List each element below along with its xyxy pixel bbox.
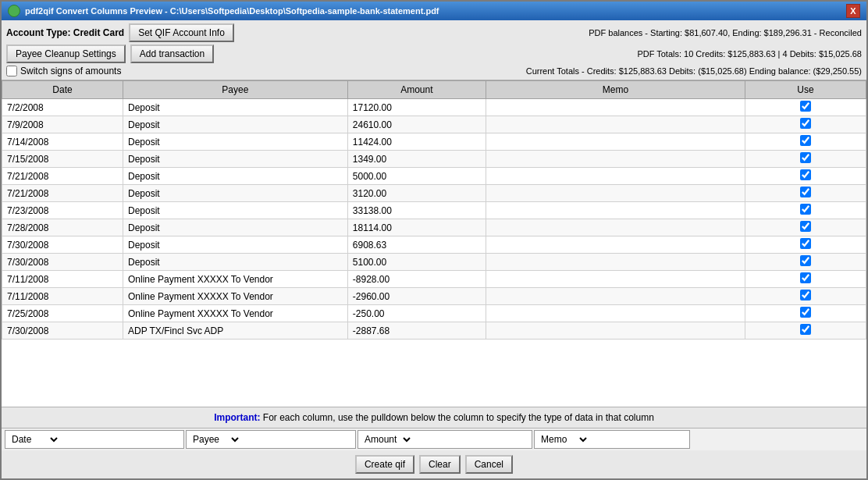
cell-date: 7/14/2008 xyxy=(2,133,123,151)
table-row: 7/30/2008Deposit6908.63 xyxy=(2,236,866,254)
pdf-balances-text: PDF balances - Starting: $81,607.40, End… xyxy=(589,28,862,37)
cell-payee: Deposit xyxy=(123,202,347,219)
cell-use[interactable] xyxy=(745,185,866,202)
use-checkbox[interactable] xyxy=(800,101,811,112)
date-column-dropdown[interactable]: Date Payee Amount Memo Skip xyxy=(5,431,60,448)
cell-payee: Online Payment XXXXX To Vendor xyxy=(123,288,347,305)
clear-button[interactable]: Clear xyxy=(419,455,461,474)
table-row: 7/30/2008Deposit5100.00 xyxy=(2,254,866,271)
table-row: 7/11/2008Online Payment XXXXX To Vendor-… xyxy=(2,288,866,305)
cell-payee: Deposit xyxy=(123,254,347,271)
cell-memo xyxy=(486,116,745,133)
cell-date: 7/28/2008 xyxy=(2,219,123,236)
cell-use[interactable] xyxy=(745,271,866,288)
cell-date: 7/30/2008 xyxy=(2,322,123,340)
cell-payee: Deposit xyxy=(123,168,347,185)
transactions-table-container: Date Payee Amount Memo Use 7/2/2008Depos… xyxy=(2,80,866,407)
cell-use[interactable] xyxy=(745,305,866,322)
cell-amount: 11424.00 xyxy=(347,133,486,151)
cell-amount: -2887.68 xyxy=(347,322,486,340)
transactions-table: Date Payee Amount Memo Use 7/2/2008Depos… xyxy=(2,80,866,340)
col-header-amount: Amount xyxy=(347,81,486,99)
cell-amount: 6908.63 xyxy=(347,236,486,254)
cell-use[interactable] xyxy=(745,133,866,151)
cell-use[interactable] xyxy=(745,168,866,185)
use-checkbox[interactable] xyxy=(800,152,811,163)
use-checkbox[interactable] xyxy=(800,221,811,232)
cell-memo xyxy=(486,271,745,288)
use-checkbox[interactable] xyxy=(800,307,811,318)
column-dropdowns-row: Date Payee Amount Memo Skip Payee Date A… xyxy=(2,428,866,450)
cell-amount: 17120.00 xyxy=(347,99,486,116)
cell-use[interactable] xyxy=(745,322,866,340)
close-button[interactable]: X xyxy=(846,4,860,18)
cell-date: 7/11/2008 xyxy=(2,271,123,288)
cell-amount: 5100.00 xyxy=(347,254,486,271)
table-row: 7/21/2008Deposit5000.00 xyxy=(2,168,866,185)
cell-amount: 3120.00 xyxy=(347,185,486,202)
switch-signs-checkbox[interactable] xyxy=(6,66,17,76)
cell-payee: Deposit xyxy=(123,219,347,236)
amount-column-dropdown[interactable]: Amount Date Payee Memo Skip xyxy=(358,431,413,448)
table-row: 7/2/2008Deposit17120.00 xyxy=(2,99,866,116)
table-row: 7/11/2008Online Payment XXXXX To Vendor-… xyxy=(2,271,866,288)
table-row: 7/30/2008ADP TX/Fincl Svc ADP-2887.68 xyxy=(2,322,866,340)
window-title: pdf2qif Convert Columns Preview - C:\Use… xyxy=(25,6,439,16)
create-qif-button[interactable]: Create qif xyxy=(355,455,414,474)
cell-use[interactable] xyxy=(745,202,866,219)
use-checkbox[interactable] xyxy=(800,204,811,215)
table-row: 7/14/2008Deposit11424.00 xyxy=(2,133,866,151)
use-checkbox[interactable] xyxy=(800,118,811,129)
payee-column-dropdown[interactable]: Payee Date Amount Memo Skip xyxy=(187,431,241,448)
cancel-button[interactable]: Cancel xyxy=(465,455,513,474)
window-icon xyxy=(8,5,20,17)
use-checkbox[interactable] xyxy=(800,255,811,266)
cell-date: 7/25/2008 xyxy=(2,305,123,322)
action-buttons-row: Create qif Clear Cancel xyxy=(2,450,866,478)
cell-memo xyxy=(486,236,745,254)
cell-amount: -2960.00 xyxy=(347,288,486,305)
cell-amount: 33138.00 xyxy=(347,202,486,219)
use-checkbox[interactable] xyxy=(800,324,811,335)
table-row: 7/9/2008Deposit24610.00 xyxy=(2,116,866,133)
cell-amount: 5000.00 xyxy=(347,168,486,185)
cell-memo xyxy=(486,288,745,305)
cell-payee: Deposit xyxy=(123,236,347,254)
cell-amount: -250.00 xyxy=(347,305,486,322)
use-checkbox[interactable] xyxy=(800,169,811,180)
cell-date: 7/30/2008 xyxy=(2,236,123,254)
cell-date: 7/2/2008 xyxy=(2,99,123,116)
cell-date: 7/30/2008 xyxy=(2,254,123,271)
cell-payee: Online Payment XXXXX To Vendor xyxy=(123,271,347,288)
use-checkbox[interactable] xyxy=(800,272,811,283)
set-qif-button[interactable]: Set QIF Account Info xyxy=(129,23,234,42)
cell-use[interactable] xyxy=(745,116,866,133)
add-transaction-button[interactable]: Add transaction xyxy=(130,44,214,63)
cell-memo xyxy=(486,99,745,116)
use-checkbox[interactable] xyxy=(800,135,811,146)
cell-use[interactable] xyxy=(745,99,866,116)
table-row: 7/25/2008Online Payment XXXXX To Vendor-… xyxy=(2,305,866,322)
memo-column-dropdown[interactable]: Memo Date Payee Amount Skip xyxy=(535,431,589,448)
cell-date: 7/21/2008 xyxy=(2,168,123,185)
cell-memo xyxy=(486,151,745,168)
cell-date: 7/9/2008 xyxy=(2,116,123,133)
col-header-memo: Memo xyxy=(486,81,745,99)
cell-use[interactable] xyxy=(745,151,866,168)
use-checkbox[interactable] xyxy=(800,187,811,197)
use-checkbox[interactable] xyxy=(800,290,811,300)
cell-memo xyxy=(486,168,745,185)
cell-payee: Deposit xyxy=(123,133,347,151)
cell-amount: -8928.00 xyxy=(347,271,486,288)
cell-payee: Online Payment XXXXX To Vendor xyxy=(123,305,347,322)
cell-use[interactable] xyxy=(745,254,866,271)
important-label: Important: xyxy=(214,412,260,423)
use-checkbox[interactable] xyxy=(800,238,811,249)
cell-memo xyxy=(486,185,745,202)
cell-payee: Deposit xyxy=(123,99,347,116)
cell-use[interactable] xyxy=(745,288,866,305)
cell-use[interactable] xyxy=(745,219,866,236)
pdf-totals-text: PDF Totals: 10 Credits: $125,883.63 | 4 … xyxy=(637,49,862,59)
cell-use[interactable] xyxy=(745,236,866,254)
payee-cleanup-button[interactable]: Payee Cleanup Settings xyxy=(6,44,126,63)
